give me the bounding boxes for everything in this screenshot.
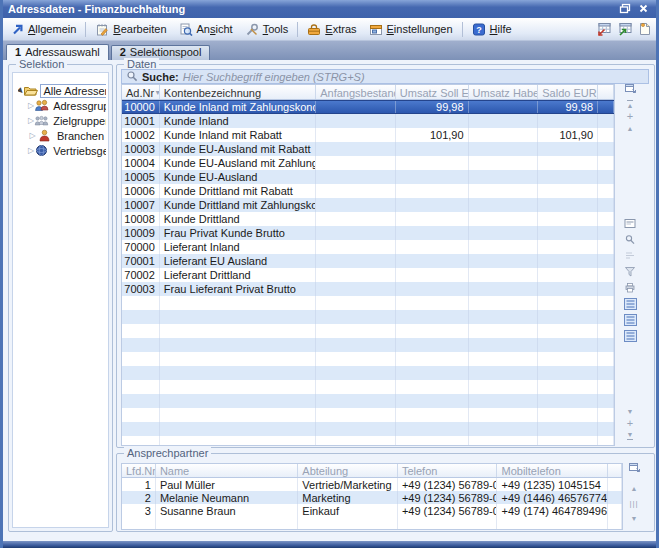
scroll-up-icon[interactable]: ▲ [626, 482, 642, 495]
column-header-mobiltelefon[interactable]: Mobiltelefon [497, 464, 608, 477]
column-chooser-icon[interactable] [626, 461, 642, 474]
tree-item-vertriebsgebiete[interactable]: ▷Vertriebsgebiete [18, 143, 106, 158]
print-icon[interactable] [622, 281, 638, 294]
cell [316, 226, 396, 240]
cell [469, 352, 539, 366]
empty-row [122, 296, 614, 310]
tree-item-zielgruppen[interactable]: ▷Zielgruppen [18, 113, 106, 128]
help-icon: ? [472, 23, 486, 36]
account-row-70000[interactable]: 70000Lieferant Inland [122, 240, 614, 254]
column-chooser-icon[interactable] [622, 82, 638, 95]
list-view-1-icon[interactable] [622, 297, 638, 310]
collapsed-arrow-icon[interactable]: ▷ [28, 131, 37, 140]
cell [122, 310, 160, 324]
account-row-10008[interactable]: 10008Kunde Drittland [122, 212, 614, 226]
cell: Marketing [298, 491, 398, 504]
cell [122, 517, 156, 530]
tab-number: 1 [15, 46, 21, 58]
new-note-button[interactable] [638, 22, 651, 36]
column-header-name[interactable]: Name [156, 464, 298, 477]
account-row-10001[interactable]: 10001Kunde Inland [122, 114, 614, 128]
cell [396, 282, 469, 296]
column-header-abteilung[interactable]: Abteilung [298, 464, 398, 477]
cell: Einkauf [298, 504, 398, 517]
cell: 70000 [122, 240, 160, 254]
account-row-10003[interactable]: 10003Kunde EU-Ausland mit Rabatt [122, 142, 614, 156]
column-header-umsatz-soll-eur[interactable]: Umsatz Soll EUR [396, 85, 469, 99]
contact-row-paul-müller[interactable]: 1Paul MüllerVertrieb/Marketing+49 (1234)… [122, 478, 622, 491]
cell [538, 170, 598, 184]
tab-strip: 1Adressauswahl2Selektionspool [0, 41, 659, 60]
list-view-3-icon[interactable] [622, 329, 638, 342]
grip-icon[interactable]: ||| [626, 497, 642, 510]
table-export-green-button[interactable] [617, 22, 633, 36]
menu-tools[interactable]: Tools [239, 21, 295, 38]
cell [469, 170, 539, 184]
column-header-ad-nr[interactable]: Ad.Nr▼ [122, 85, 160, 99]
goto-last-row-icon[interactable]: ▼ [622, 429, 638, 442]
column-header-label: Anfangsbestand EUR [320, 87, 396, 99]
cell [598, 422, 614, 436]
column-header-lfd-nr-[interactable]: Lfd.Nr. [122, 464, 156, 477]
menu-ansicht[interactable]: Ansicht [173, 21, 239, 38]
cell [160, 324, 316, 338]
search-records-icon[interactable] [622, 233, 638, 246]
tree-item-alle-adressen[interactable]: ▶Alle Adressen [18, 83, 106, 98]
menu-extras[interactable]: Extras [301, 21, 362, 38]
cell [396, 324, 469, 338]
cell [598, 436, 614, 446]
column-header-saldo-eur[interactable]: Saldo EUR [538, 85, 598, 99]
account-row-10000[interactable]: 10000Kunde Inland mit Zahlungskondition … [122, 100, 614, 114]
contact-row-melanie-neumann[interactable]: 2Melanie NeumannMarketing+49 (1234) 5678… [122, 491, 622, 504]
cell [469, 408, 539, 422]
card-view-icon[interactable] [622, 217, 638, 230]
column-header-anfangsbestand-eur[interactable]: Anfangsbestand EUR [316, 85, 396, 99]
cell [160, 394, 316, 408]
account-row-10004[interactable]: 10004Kunde EU-Ausland mit Zahlungskondti… [122, 156, 614, 170]
column-header-umsatz-haben-eur[interactable]: Umsatz Haben EUR [469, 85, 539, 99]
menu-einstellungen[interactable]: Einstellungen [363, 21, 459, 38]
account-row-10005[interactable]: 10005Kunde EU-Ausland [122, 170, 614, 184]
daten-groupbox: Daten Suche: Hier Suchbegriff eingeben (… [116, 64, 655, 448]
column-header-kontenbezeichnung[interactable]: Kontenbezeichnung [160, 85, 316, 99]
selektion-label: Selektion [16, 58, 67, 70]
contact-row-susanne-braun[interactable]: 3Susanne BraunEinkauf+49 (1234) 56789-00… [122, 504, 622, 517]
filter-icon[interactable] [622, 265, 638, 278]
account-row-70001[interactable]: 70001Lieferant EU Ausland [122, 254, 614, 268]
account-row-10006[interactable]: 10006Kunde Drittland mit Rabatt [122, 184, 614, 198]
account-row-10009[interactable]: 10009Frau Privat Kunde Brutto [122, 226, 614, 240]
account-row-70003[interactable]: 70003Frau Lieferant Privat Brutto [122, 282, 614, 296]
column-header-label: Kontenbezeichnung [164, 87, 261, 99]
menu-hilfe[interactable]: ?Hilfe [466, 21, 518, 38]
list-view-2-icon[interactable] [622, 313, 638, 326]
close-button[interactable] [636, 3, 651, 16]
sort-disabled-icon[interactable] [622, 249, 638, 262]
cell [398, 517, 498, 530]
previous-row-icon[interactable]: ▲ [622, 122, 638, 135]
scroll-down-icon[interactable]: ▼ [626, 512, 642, 525]
search-input[interactable]: Suche: Hier Suchbegriff eingeben (STRG+S… [121, 69, 649, 84]
cell [396, 366, 469, 380]
cell [316, 380, 396, 394]
restore-button[interactable] [617, 3, 632, 16]
cell [396, 310, 469, 324]
industries-icon [37, 129, 52, 142]
cell [156, 517, 298, 530]
column-header-telefon[interactable]: Telefon [398, 464, 498, 477]
account-row-10002[interactable]: 10002Kunde Inland mit Rabatt101,90101,90 [122, 128, 614, 142]
cell [160, 380, 316, 394]
cell [598, 184, 614, 198]
cell: Kunde EU-Ausland mit Zahlungskondtionen [160, 156, 316, 170]
account-row-10007[interactable]: 10007Kunde Drittland mit Zahlungskonditi… [122, 198, 614, 212]
menu-bearbeiten[interactable]: Bearbeiten [89, 21, 172, 38]
cell [396, 184, 469, 198]
cell: Frau Lieferant Privat Brutto [160, 282, 316, 296]
table-export-red-button[interactable] [596, 22, 612, 36]
cell [316, 408, 396, 422]
accounts-table: Ad.Nr▼KontenbezeichnungAnfangsbestand EU… [121, 84, 615, 446]
account-row-70002[interactable]: 70002Lieferant Drittland [122, 268, 614, 282]
tree-item-adressgruppen[interactable]: ▷Adressgruppen [18, 98, 106, 113]
menu-allgemein[interactable]: Allgemein [5, 21, 82, 38]
tree-item-branchen[interactable]: ▷Branchen [18, 128, 106, 143]
cell [469, 198, 539, 212]
